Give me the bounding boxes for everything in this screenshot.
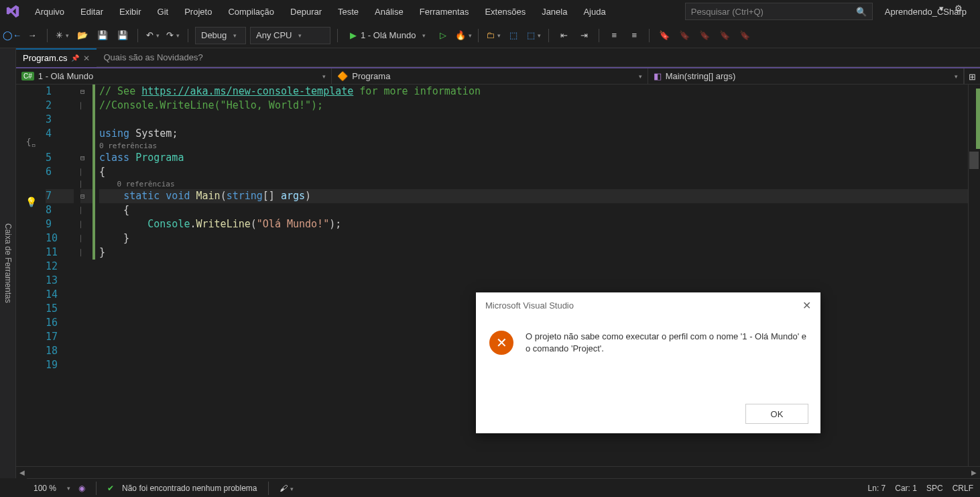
- tab-program-cs[interactable]: Program.cs 📌 ✕: [16, 48, 97, 67]
- indent-indicator[interactable]: SPC: [926, 484, 943, 493]
- save-all-button[interactable]: 💾: [115, 27, 131, 44]
- menu-extensoes[interactable]: Extensões: [478, 4, 532, 19]
- hot-reload-button[interactable]: 🔥▾: [455, 27, 471, 44]
- breakpoint-margin[interactable]: {▫ 💡: [16, 85, 46, 466]
- split-editor-button[interactable]: ⊞: [964, 68, 980, 85]
- undo-button[interactable]: ↶▾: [145, 27, 161, 44]
- comment-button[interactable]: ≡: [606, 27, 622, 44]
- settings-gear-icon[interactable]: ⚙: [951, 0, 967, 16]
- menu-exibir[interactable]: Exibir: [113, 4, 148, 19]
- start-debug-button[interactable]: ▶ 1 - Olá Mundo▾: [345, 27, 431, 44]
- browse-button[interactable]: 🗀▾: [485, 27, 501, 44]
- vertical-scrollbar[interactable]: [968, 85, 980, 466]
- play-icon: ▶: [350, 30, 357, 40]
- dialog-ok-button[interactable]: OK: [745, 404, 808, 424]
- nav-method-dropdown[interactable]: ◧ Main(string[] args)▾: [648, 68, 964, 84]
- layout-button-1[interactable]: ⬚: [505, 27, 522, 44]
- vs-logo-icon: [4, 3, 21, 20]
- menu-ajuda[interactable]: Ajuda: [576, 4, 612, 19]
- redo-button[interactable]: ↷▾: [165, 27, 181, 44]
- lightbulb-icon[interactable]: 💡: [16, 195, 46, 209]
- search-input[interactable]: Pesquisar (Ctrl+Q) 🔍: [685, 3, 873, 20]
- indent-less-button[interactable]: ⇤: [556, 27, 572, 44]
- bookmark-folder-button[interactable]: 🔖: [717, 27, 733, 44]
- menu-depurar[interactable]: Depurar: [284, 4, 328, 19]
- eol-indicator[interactable]: CRLF: [953, 484, 973, 493]
- menu-analise[interactable]: Análise: [368, 4, 410, 19]
- tab-overflow-button[interactable]: ▾: [933, 0, 949, 16]
- open-file-button[interactable]: 📂: [74, 27, 90, 44]
- line-indicator[interactable]: Ln: 7: [868, 484, 886, 493]
- dialog-message: O projeto não sabe como executar o perfi…: [526, 331, 807, 355]
- indent-more-button[interactable]: ⇥: [576, 27, 592, 44]
- layout-button-2[interactable]: ⬚▾: [526, 27, 542, 44]
- menu-arquivo[interactable]: Arquivo: [28, 4, 71, 19]
- horizontal-scrollbar[interactable]: ◀ ▶: [16, 466, 980, 478]
- line-numbers: 1 2 3 4 5 6 7 8 9 10 11 12 13 14 15 16 1…: [46, 85, 80, 466]
- issues-status[interactable]: Não foi encontrado nenhum problema: [122, 484, 257, 493]
- menu-ferramentas[interactable]: Ferramentas: [413, 4, 476, 19]
- menu-janela[interactable]: Janela: [535, 4, 574, 19]
- fold-gutter[interactable]: ⊟ ⎸ ⊟ ⎸ ⎸ ⊟ ⎸ ⎸ ⎸ ⎸: [80, 85, 93, 466]
- method-icon: ◧: [654, 71, 662, 81]
- close-tab-icon[interactable]: ✕: [83, 54, 90, 63]
- error-dialog: Microsoft Visual Studio ✕ ✕ O projeto nã…: [476, 292, 820, 433]
- csharp-project-icon: C#: [21, 72, 34, 80]
- menu-teste[interactable]: Teste: [331, 4, 365, 19]
- platform-dropdown[interactable]: Any CPU▾: [250, 27, 330, 44]
- toolbar: ◯← → ✳▾ 📂 💾 💾 ↶▾ ↷▾ Debug▾ Any CPU▾ ▶ 1 …: [0, 23, 980, 48]
- save-button[interactable]: 💾: [95, 27, 111, 44]
- start-nodebug-button[interactable]: ▷: [435, 27, 451, 44]
- intellicode-icon[interactable]: ◉: [78, 484, 85, 493]
- menu-editar[interactable]: Editar: [74, 4, 110, 19]
- bookmark-prev-button[interactable]: 🔖: [676, 27, 692, 44]
- zoom-level[interactable]: 100 %: [34, 484, 56, 493]
- dialog-title: Microsoft Visual Studio: [485, 300, 574, 311]
- scroll-left-icon[interactable]: ◀: [16, 469, 28, 476]
- col-indicator[interactable]: Car: 1: [895, 484, 917, 493]
- search-icon: 🔍: [856, 7, 867, 17]
- class-icon: 🔶: [337, 71, 348, 81]
- brush-icon[interactable]: 🖌▾: [280, 484, 294, 493]
- pin-icon[interactable]: 📌: [71, 54, 79, 62]
- toolbox-panel-tab[interactable]: Caixa de Ferramentas: [0, 48, 16, 478]
- scroll-right-icon[interactable]: ▶: [968, 469, 980, 476]
- status-bar: 100 % ▾ ◉ ✔ Não foi encontrado nenhum pr…: [27, 478, 980, 497]
- menu-projeto[interactable]: Projeto: [178, 4, 219, 19]
- nav-project-dropdown[interactable]: C# 1 - Olá Mundo▾: [16, 68, 332, 84]
- bookmark-button[interactable]: 🔖: [656, 27, 672, 44]
- uncomment-button[interactable]: ≡: [626, 27, 642, 44]
- nav-back-button[interactable]: ◯←: [4, 27, 20, 44]
- menu-git[interactable]: Git: [151, 4, 176, 19]
- tab-whatsnew[interactable]: Quais são as Novidades?: [97, 48, 209, 67]
- document-tabs: Program.cs 📌 ✕ Quais são as Novidades?: [16, 48, 980, 67]
- menu-bar: Arquivo Editar Exibir Git Projeto Compil…: [0, 0, 980, 23]
- search-placeholder: Pesquisar (Ctrl+Q): [691, 7, 763, 17]
- nav-class-dropdown[interactable]: 🔶 Programa▾: [332, 68, 648, 84]
- config-dropdown[interactable]: Debug▾: [195, 27, 246, 44]
- new-item-button[interactable]: ✳▾: [54, 27, 70, 44]
- nav-forward-button[interactable]: →: [24, 27, 40, 44]
- bookmark-clear-button[interactable]: 🔖: [737, 27, 753, 44]
- bookmark-next-button[interactable]: 🔖: [696, 27, 713, 44]
- menu-compilacao[interactable]: Compilação: [221, 4, 281, 19]
- code-navbar: C# 1 - Olá Mundo▾ 🔶 Programa▾ ◧ Main(str…: [16, 67, 980, 85]
- check-icon: ✔: [107, 484, 114, 493]
- error-icon: ✕: [489, 331, 513, 355]
- dialog-close-button[interactable]: ✕: [802, 299, 811, 312]
